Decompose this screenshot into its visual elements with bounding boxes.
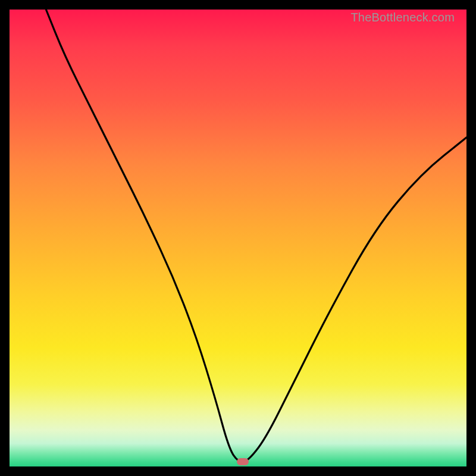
chart-frame: TheBottleneck.com <box>0 0 476 476</box>
plot-area: TheBottleneck.com <box>10 10 466 466</box>
minimum-marker <box>237 458 249 465</box>
bottleneck-curve <box>10 10 466 466</box>
